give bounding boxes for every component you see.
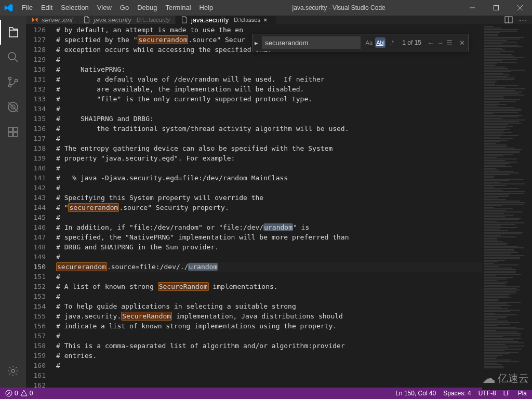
tabs: server.xml java.security D:\...\security…: [26, 16, 532, 24]
warning-icon: [20, 390, 28, 397]
svg-point-2: [9, 77, 11, 80]
xml-file-icon: [31, 16, 38, 23]
tab-label: java.security: [94, 16, 131, 24]
file-icon: [181, 16, 188, 23]
close-button[interactable]: [508, 0, 532, 16]
editor[interactable]: 1261271281291301311321331341351361371381…: [26, 24, 532, 390]
next-match-button[interactable]: →: [436, 38, 444, 47]
minimap[interactable]: [482, 24, 532, 390]
tab-path: D:\classes: [234, 17, 260, 23]
window-controls: [460, 0, 532, 16]
svg-point-4: [15, 79, 18, 82]
more-icon[interactable]: ···: [519, 16, 528, 24]
find-in-selection-icon[interactable]: ☰: [445, 38, 454, 47]
find-widget: ▸ Aa Ab| .* 1 of 15 ← → ☰ ✕: [252, 34, 469, 51]
menu-help[interactable]: Help: [195, 0, 218, 16]
tab-server-xml[interactable]: server.xml: [26, 16, 78, 24]
prev-match-button[interactable]: ←: [427, 38, 435, 47]
encoding-status[interactable]: UTF-8: [478, 390, 496, 397]
svg-rect-7: [8, 127, 12, 131]
regex-toggle[interactable]: .*: [387, 37, 397, 48]
menu-go[interactable]: Go: [116, 0, 133, 16]
title-bar: File Edit Selection View Go Debug Termin…: [0, 0, 532, 16]
svg-rect-9: [14, 132, 18, 137]
tab-java-security-2[interactable]: java.security D:\classes ×: [176, 16, 276, 24]
activity-bar: [0, 16, 26, 388]
extensions-icon[interactable]: [0, 119, 26, 144]
explorer-icon[interactable]: [0, 20, 26, 45]
menu-file[interactable]: File: [18, 0, 37, 16]
file-icon: [83, 16, 90, 23]
menu-view[interactable]: View: [93, 0, 116, 16]
tab-java-security-1[interactable]: java.security D:\...\security: [78, 16, 175, 24]
split-editor-icon[interactable]: [504, 16, 513, 24]
svg-rect-10: [14, 127, 18, 131]
close-find-button[interactable]: ✕: [458, 38, 466, 47]
language-status[interactable]: Pla: [518, 390, 527, 397]
menu-selection[interactable]: Selection: [57, 0, 92, 16]
whole-word-toggle[interactable]: Ab|: [375, 37, 385, 48]
menu-terminal[interactable]: Terminal: [161, 0, 195, 16]
svg-point-1: [8, 52, 16, 60]
find-result-count: 1 of 15: [402, 39, 421, 46]
code-content[interactable]: # by default, an attempt is made to use …: [56, 24, 482, 390]
close-icon[interactable]: ×: [263, 16, 271, 24]
eol-status[interactable]: LF: [503, 390, 511, 397]
chevron-right-icon[interactable]: ▸: [255, 39, 260, 47]
svg-rect-0: [494, 6, 499, 10]
problems-status[interactable]: 0 0: [5, 390, 33, 397]
debug-icon[interactable]: [0, 95, 26, 119]
menu-debug[interactable]: Debug: [133, 0, 161, 16]
window-title: java.security - Visual Studio Code: [217, 4, 460, 11]
tab-path: D:\...\security: [137, 17, 170, 23]
tab-label: java.security: [191, 16, 229, 24]
watermark: ☁ 亿速云: [482, 370, 529, 387]
find-input[interactable]: [262, 36, 361, 49]
error-icon: [5, 390, 12, 397]
minimize-button[interactable]: [460, 0, 484, 16]
editor-area: server.xml java.security D:\...\security…: [26, 16, 532, 388]
cursor-position[interactable]: Ln 150, Col 40: [395, 390, 436, 397]
svg-point-11: [11, 369, 15, 373]
line-gutter: 1261271281291301311321331341351361371381…: [26, 24, 56, 390]
indent-status[interactable]: Spaces: 4: [443, 390, 471, 397]
svg-point-3: [9, 85, 11, 87]
source-control-icon[interactable]: [0, 70, 26, 95]
search-icon[interactable]: [0, 45, 26, 70]
svg-rect-8: [8, 132, 12, 137]
settings-icon[interactable]: [0, 358, 26, 383]
tab-label: server.xml: [42, 16, 72, 24]
match-case-toggle[interactable]: Aa: [364, 37, 374, 48]
vscode-icon: [4, 3, 14, 12]
cloud-icon: ☁: [482, 370, 496, 387]
menu-edit[interactable]: Edit: [37, 0, 57, 16]
maximize-button[interactable]: [484, 0, 508, 16]
menu-bar: File Edit Selection View Go Debug Termin…: [18, 0, 217, 16]
